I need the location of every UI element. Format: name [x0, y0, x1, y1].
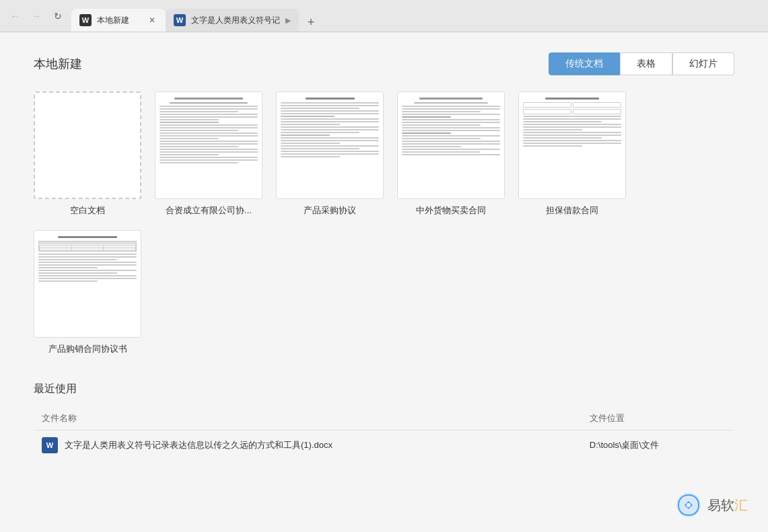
templates-grid: 空白文档	[34, 91, 734, 355]
recent-file-row[interactable]: W 文字是人类用表义符号记录表达信息以传之久远的方式和工具(1).docx D:…	[34, 430, 734, 461]
template-blank-thumb	[34, 91, 141, 199]
template-guarantee-thumb	[518, 91, 626, 199]
word-file-icon: W	[42, 437, 58, 453]
col-location: 文件位置	[582, 407, 734, 430]
logo-text: 易软汇	[707, 496, 748, 515]
refresh-button[interactable]: ↻	[48, 7, 67, 26]
doc-type-traditional[interactable]: 传统文档	[549, 52, 620, 75]
doc-type-buttons: 传统文档 表格 幻灯片	[549, 52, 734, 75]
tab-new-icon: W	[79, 14, 92, 26]
template-sales-contract[interactable]: 产品购销合同协议书	[34, 230, 141, 355]
logo-highlight: 汇	[734, 498, 748, 512]
template-joint-venture[interactable]: 合资成立有限公司协...	[155, 91, 263, 217]
template-purchase-thumb	[276, 91, 384, 199]
svg-point-1	[687, 503, 691, 507]
page-header: 本地新建 传统文档 表格 幻灯片	[34, 52, 734, 75]
recent-file-name-cell: W 文字是人类用表义符号记录表达信息以传之久远的方式和工具(1).docx	[34, 430, 582, 461]
doc-type-table[interactable]: 表格	[620, 52, 672, 75]
tab-word-icon: W	[174, 14, 186, 26]
bottom-logo: 易软汇	[675, 492, 748, 519]
tab-new-close[interactable]: ✕	[147, 15, 158, 26]
template-trade-thumb	[397, 91, 505, 199]
template-sales-contract-label: 产品购销合同协议书	[48, 343, 127, 355]
template-joint-venture-label: 合资成立有限公司协...	[166, 204, 252, 217]
template-guarantee-label: 担保借款合同	[546, 204, 598, 217]
template-joint-venture-thumb	[155, 91, 263, 199]
nav-buttons: ← → ↻	[5, 7, 67, 26]
tab-word-label: 文字是人类用表义符号记	[191, 15, 280, 26]
recent-table: 文件名称 文件位置 W 文字是人类用表义符号记录表达信息以传之久远的方式和工具(…	[34, 407, 734, 461]
recent-section-title: 最近使用	[34, 382, 734, 396]
template-purchase[interactable]: 产品采购协议	[276, 91, 384, 217]
recent-file-name: 文字是人类用表义符号记录表达信息以传之久远的方式和工具(1).docx	[65, 439, 333, 451]
template-purchase-label: 产品采购协议	[304, 204, 356, 217]
logo-icon	[675, 492, 702, 519]
back-button[interactable]: ←	[5, 7, 24, 26]
template-guarantee[interactable]: 担保借款合同	[518, 91, 626, 217]
browser-chrome: ← → ↻ W 本地新建 ✕ W 文字是人类用表义符号记 ▶ +	[0, 0, 768, 32]
tab-new[interactable]: W 本地新建 ✕	[71, 9, 166, 32]
tab-word-media-icon: ▶	[285, 16, 291, 25]
template-trade-label: 中外货物买卖合同	[416, 204, 486, 217]
page-title: 本地新建	[34, 56, 82, 72]
template-sales-contract-thumb	[34, 230, 141, 338]
col-filename: 文件名称	[34, 407, 582, 430]
tab-word[interactable]: W 文字是人类用表义符号记 ▶	[166, 9, 299, 32]
recent-section: 最近使用 文件名称 文件位置 W 文字是人类用表义符号记录表达信息以传之久远的方…	[34, 382, 734, 461]
recent-file-location: D:\tools\桌面\文件	[582, 430, 734, 461]
tab-new-label: 本地新建	[97, 15, 141, 26]
new-tab-button[interactable]: +	[302, 13, 320, 32]
main-content: 本地新建 传统文档 表格 幻灯片 空白文档	[0, 32, 768, 532]
template-blank-label: 空白文档	[70, 204, 105, 217]
template-blank[interactable]: 空白文档	[34, 91, 141, 217]
forward-button[interactable]: →	[27, 7, 46, 26]
tabs-container: W 本地新建 ✕ W 文字是人类用表义符号记 ▶ +	[71, 0, 763, 32]
doc-type-slide[interactable]: 幻灯片	[672, 52, 734, 75]
template-trade[interactable]: 中外货物买卖合同	[397, 91, 505, 217]
